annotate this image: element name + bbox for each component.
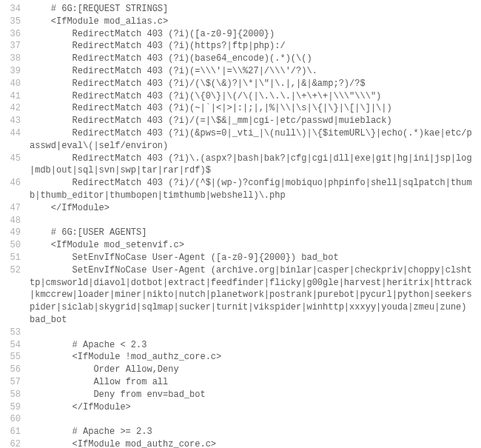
code-line: 50 <IfModule mod_setenvif.c>	[0, 239, 481, 252]
line-number: 44	[0, 127, 30, 140]
line-number: 51	[0, 252, 30, 264]
line-number: 40	[0, 78, 30, 90]
line-number: 46	[0, 177, 30, 190]
line-number: 36	[0, 28, 30, 41]
line-content: <IfModule !mod_authz_core.c>	[30, 351, 481, 364]
line-content: # 6G:[REQUEST STRINGS]	[30, 3, 481, 16]
line-number: 50	[0, 239, 30, 252]
line-number: 45	[0, 153, 30, 165]
line-content: RedirectMatch 403 (?i)/(^$|(wp-)?config|…	[30, 177, 481, 202]
code-line: 53	[0, 327, 481, 339]
line-number: 47	[0, 202, 30, 215]
line-content: RedirectMatch 403 (?i)\.(aspx?|bash|bak?…	[30, 153, 481, 178]
code-line: 57 Allow from all	[0, 376, 481, 389]
line-content: # 6G:[USER AGENTS]	[30, 227, 481, 239]
line-number: 34	[0, 3, 30, 16]
code-line: 44 RedirectMatch 403 (?i)(&pws=0|_vti_|\…	[0, 127, 481, 153]
line-content: SetEnvIfNoCase User-Agent ([a-z0-9]{2000…	[30, 252, 481, 264]
code-line: 37 RedirectMatch 403 (?i)(https?|ftp|php…	[0, 40, 481, 53]
line-content: <IfModule mod_authz_core.c>	[30, 438, 481, 448]
code-line: 58 Deny from env=bad_bot	[0, 389, 481, 401]
code-line: 47 </IfModule>	[0, 202, 481, 215]
line-number: 57	[0, 376, 30, 389]
code-line: 52 SetEnvIfNoCase User-Agent (archive.or…	[0, 264, 481, 327]
line-content: RedirectMatch 403 (?i)(~|`|<|>|:|;|,|%|\…	[30, 102, 481, 115]
line-content: </IfModule>	[30, 401, 481, 414]
line-content: <IfModule mod_alias.c>	[30, 16, 481, 28]
code-line: 40 RedirectMatch 403 (?i)/(\$(\&)?|\*|\"…	[0, 78, 481, 90]
code-line: 35 <IfModule mod_alias.c>	[0, 16, 481, 28]
line-content: RedirectMatch 403 (?i)([a-z0-9]{2000})	[30, 28, 481, 41]
line-number: 41	[0, 90, 30, 103]
code-line: 59 </IfModule>	[0, 401, 481, 414]
code-line: 42 RedirectMatch 403 (?i)(~|`|<|>|:|;|,|…	[0, 102, 481, 115]
code-line: 62 <IfModule mod_authz_core.c>	[0, 438, 481, 448]
line-number: 54	[0, 339, 30, 352]
code-line: 48	[0, 215, 481, 227]
line-content: RedirectMatch 403 (?i)(\{0\}|\(/\(|\.\.\…	[30, 90, 481, 103]
code-line: 41 RedirectMatch 403 (?i)(\{0\}|\(/\(|\.…	[0, 90, 481, 103]
code-line: 45 RedirectMatch 403 (?i)\.(aspx?|bash|b…	[0, 153, 481, 178]
line-number: 60	[0, 413, 30, 426]
code-line: 56 Order Allow,Deny	[0, 364, 481, 376]
code-line: 55 <IfModule !mod_authz_core.c>	[0, 351, 481, 364]
code-line: 49 # 6G:[USER AGENTS]	[0, 227, 481, 239]
code-line: 61 # Apache >= 2.3	[0, 426, 481, 438]
line-number: 49	[0, 227, 30, 239]
code-block: 34 # 6G:[REQUEST STRINGS]35 <IfModule mo…	[0, 3, 481, 448]
line-content: <IfModule mod_setenvif.c>	[30, 239, 481, 252]
line-number: 62	[0, 438, 30, 448]
line-number: 48	[0, 215, 30, 227]
line-content: # Apache < 2.3	[30, 339, 481, 352]
line-content: </IfModule>	[30, 202, 481, 215]
line-content: RedirectMatch 403 (?i)(base64_encode)(.*…	[30, 53, 481, 65]
code-line: 60	[0, 413, 481, 426]
line-number: 55	[0, 351, 30, 364]
line-number: 52	[0, 264, 30, 277]
line-number: 59	[0, 401, 30, 414]
code-line: 43 RedirectMatch 403 (?i)/(=|\$&|_mm|cgi…	[0, 115, 481, 127]
line-number: 43	[0, 115, 30, 127]
line-number: 37	[0, 40, 30, 53]
line-content: Order Allow,Deny	[30, 364, 481, 376]
line-content: Allow from all	[30, 376, 481, 389]
line-content: RedirectMatch 403 (?i)(&pws=0|_vti_|\(nu…	[30, 127, 481, 153]
code-line: 36 RedirectMatch 403 (?i)([a-z0-9]{2000}…	[0, 28, 481, 41]
line-number: 42	[0, 102, 30, 115]
line-number: 35	[0, 16, 30, 28]
code-line: 34 # 6G:[REQUEST STRINGS]	[0, 3, 481, 16]
line-content: RedirectMatch 403 (?i)(=\\\'|=\\%27|/\\\…	[30, 65, 481, 78]
line-number: 58	[0, 389, 30, 401]
code-line: 46 RedirectMatch 403 (?i)/(^$|(wp-)?conf…	[0, 177, 481, 202]
line-content: SetEnvIfNoCase User-Agent (archive.org|b…	[30, 264, 481, 327]
code-line: 51 SetEnvIfNoCase User-Agent ([a-z0-9]{2…	[0, 252, 481, 264]
line-number: 56	[0, 364, 30, 376]
line-content: RedirectMatch 403 (?i)(https?|ftp|php):/	[30, 40, 481, 53]
code-line: 38 RedirectMatch 403 (?i)(base64_encode)…	[0, 53, 481, 65]
line-content: RedirectMatch 403 (?i)/(=|\$&|_mm|cgi-|e…	[30, 115, 481, 127]
code-line: 54 # Apache < 2.3	[0, 339, 481, 352]
line-number: 38	[0, 53, 30, 65]
line-content: # Apache >= 2.3	[30, 426, 481, 438]
line-content: RedirectMatch 403 (?i)/(\$(\&)?|\*|\"|\.…	[30, 78, 481, 90]
line-number: 61	[0, 426, 30, 438]
line-number: 53	[0, 327, 30, 339]
line-content: Deny from env=bad_bot	[30, 389, 481, 401]
line-number: 39	[0, 65, 30, 78]
code-line: 39 RedirectMatch 403 (?i)(=\\\'|=\\%27|/…	[0, 65, 481, 78]
